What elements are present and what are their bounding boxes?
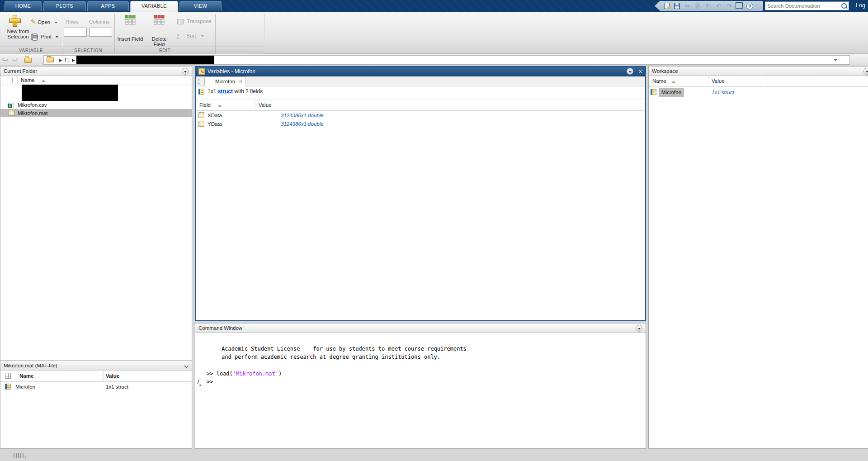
fx-icon: fx xyxy=(197,379,201,387)
tab-view[interactable]: VIEW xyxy=(179,1,222,11)
field-column-header[interactable]: Field xyxy=(199,102,211,108)
panel-menu-icon[interactable] xyxy=(627,68,633,75)
struct-link[interactable]: struct xyxy=(218,88,233,95)
panel-menu-icon[interactable] xyxy=(182,68,189,75)
current-folder-header: Current Folder xyxy=(0,67,192,76)
path-chevron-icon[interactable]: ▶ xyxy=(72,58,75,62)
active-prompt[interactable]: >> xyxy=(207,379,213,385)
redo-icon[interactable]: ↷ xyxy=(725,2,733,10)
print-button[interactable]: Print xyxy=(31,33,58,40)
save-icon[interactable] xyxy=(673,2,681,10)
status-bar xyxy=(0,449,868,461)
sort-icon: az xyxy=(177,33,183,39)
workspace-column-header[interactable]: Name Value xyxy=(649,76,868,87)
collapse-icon[interactable] xyxy=(184,364,188,368)
insert-field-button[interactable]: Insert Field xyxy=(117,36,143,42)
copy-icon[interactable]: ⎘ xyxy=(694,2,702,10)
name-column-header[interactable]: Name xyxy=(21,77,35,83)
chevron-down-icon[interactable] xyxy=(56,36,58,38)
workspace-row[interactable]: Microfon 1x1 struct xyxy=(649,88,868,97)
path-bar[interactable]: ▶ F: ▶ xyxy=(43,55,850,65)
chevron-down-icon[interactable] xyxy=(201,35,204,37)
file-name[interactable]: Mikrofon.csv xyxy=(18,101,47,109)
panel-menu-icon[interactable] xyxy=(636,325,642,332)
forward-icon[interactable]: ⇨ xyxy=(12,55,18,64)
back-icon[interactable]: ⇦ xyxy=(2,55,8,64)
license-line: Academic Student License -- for use by s… xyxy=(222,346,467,352)
field-value[interactable]: 3124386x1 double xyxy=(281,111,324,120)
struct-icon xyxy=(5,384,11,390)
details-variable-name[interactable]: Microfon xyxy=(15,383,35,391)
columns-input[interactable] xyxy=(89,28,112,37)
undo-icon[interactable]: ↶ xyxy=(715,2,722,10)
field-name[interactable]: YData xyxy=(208,120,222,128)
variables-title-bar[interactable]: Variables - Microfon × xyxy=(196,67,645,76)
transpose-icon xyxy=(177,19,184,24)
details-name-header[interactable]: Name xyxy=(19,373,33,379)
ribbon-section-band: VARIABLE SELECTION EDIT xyxy=(0,47,264,54)
workspace-name-header[interactable]: Name xyxy=(652,78,666,84)
file-details-title: Mikrofon.mat (MAT-file) xyxy=(4,363,57,368)
new-from-selection-button[interactable]: New from Selection xyxy=(4,29,33,39)
folder-up-icon[interactable] xyxy=(24,58,32,63)
file-row[interactable]: Mikrofon.csv xyxy=(0,101,192,109)
field-row[interactable]: XData 3124386x1 double xyxy=(196,111,645,120)
open-button[interactable]: ✎ Open xyxy=(31,18,57,25)
tab-close-icon[interactable]: ✕ xyxy=(239,77,243,86)
sort-button[interactable]: az Sort xyxy=(177,33,204,39)
variables-tab-strip: Microfon ✕ xyxy=(196,76,645,86)
tab-home[interactable]: HOME xyxy=(5,1,42,11)
field-name[interactable]: XData xyxy=(208,111,222,120)
search-documentation-box[interactable] xyxy=(765,1,849,10)
chevron-down-icon[interactable] xyxy=(834,59,837,61)
command-window-header: Command Window xyxy=(195,323,646,333)
folder-icon xyxy=(47,57,54,62)
file-list-column-header[interactable]: Name xyxy=(0,76,192,85)
details-value-header[interactable]: Value xyxy=(106,373,119,379)
details-column-header[interactable]: Name Value xyxy=(0,371,192,382)
workspace-value-header[interactable]: Value xyxy=(712,78,725,84)
delete-field-icon xyxy=(154,15,165,25)
file-row-selected[interactable]: Mikrofon.mat xyxy=(0,109,192,117)
login-link[interactable]: Log xyxy=(856,2,865,9)
summary-suffix: with 2 fields xyxy=(233,88,263,95)
address-bar: ⇦ ⇨ ▶ F: ▶ xyxy=(0,54,868,66)
field-row[interactable]: YData 3124386x1 double xyxy=(196,120,645,128)
search-input[interactable] xyxy=(765,3,840,9)
delete-field-button[interactable]: Delete Field xyxy=(146,36,173,47)
redacted-files xyxy=(22,85,118,101)
search-icon[interactable] xyxy=(840,2,848,10)
resize-grip[interactable] xyxy=(14,453,24,458)
variables-title: Variables - Microfon xyxy=(208,68,255,75)
command-window-text-area[interactable]: Academic Student License -- for use by s… xyxy=(195,333,646,448)
field-value[interactable]: 3124386x1 double xyxy=(281,120,324,128)
drive-label[interactable]: F: xyxy=(65,57,69,62)
command-window-panel: Command Window Academic Student License … xyxy=(195,323,646,449)
tab-apps[interactable]: APPS xyxy=(87,1,129,11)
grid-icon xyxy=(5,373,11,379)
workspace-variable-name[interactable]: Microfon xyxy=(659,88,684,97)
sort-ascending-icon xyxy=(218,105,222,107)
drag-grip[interactable] xyxy=(198,78,199,85)
value-column-header[interactable]: Value xyxy=(259,102,272,108)
window-layout-icon[interactable] xyxy=(736,2,743,10)
details-row[interactable]: Microfon 1x1 struct xyxy=(0,383,192,391)
close-icon[interactable]: × xyxy=(639,68,642,75)
transpose-button[interactable]: Transpose xyxy=(177,18,211,24)
panel-menu-icon[interactable] xyxy=(863,68,868,75)
file-details-header[interactable]: Mikrofon.mat (MAT-file) xyxy=(0,360,192,371)
workspace-variable-value[interactable]: 1x1 struct xyxy=(712,88,734,97)
cut-icon[interactable]: ✂ xyxy=(684,2,691,10)
path-chevron-icon[interactable]: ▶ xyxy=(59,58,62,62)
variables-column-header[interactable]: Field Value xyxy=(196,100,645,111)
tab-plots[interactable]: PLOTS xyxy=(43,1,86,11)
tab-microfon[interactable]: Microfon ✕ xyxy=(204,76,246,86)
tab-variable[interactable]: VARIABLE xyxy=(130,1,178,12)
paste-icon[interactable]: ⎗ xyxy=(704,2,712,10)
new-script-icon[interactable] xyxy=(663,2,670,10)
current-folder-title: Current Folder xyxy=(4,68,37,74)
rows-input[interactable] xyxy=(64,28,87,37)
help-icon[interactable]: ? xyxy=(746,2,754,10)
chevron-down-icon[interactable] xyxy=(55,22,57,24)
file-name[interactable]: Mikrofon.mat xyxy=(18,109,47,117)
